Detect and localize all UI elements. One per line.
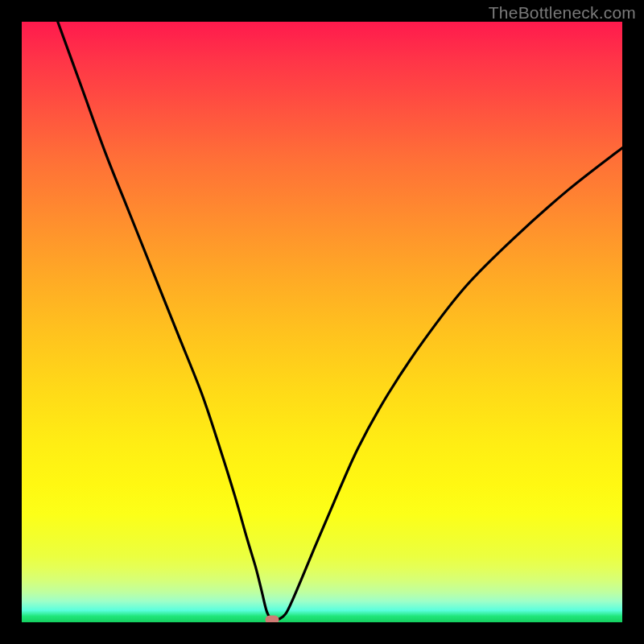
chart-frame: TheBottleneck.com	[0, 0, 644, 644]
plot-area	[22, 22, 622, 622]
watermark-text: TheBottleneck.com	[489, 3, 636, 23]
minimum-marker	[266, 616, 279, 622]
bottleneck-curve	[22, 22, 622, 622]
